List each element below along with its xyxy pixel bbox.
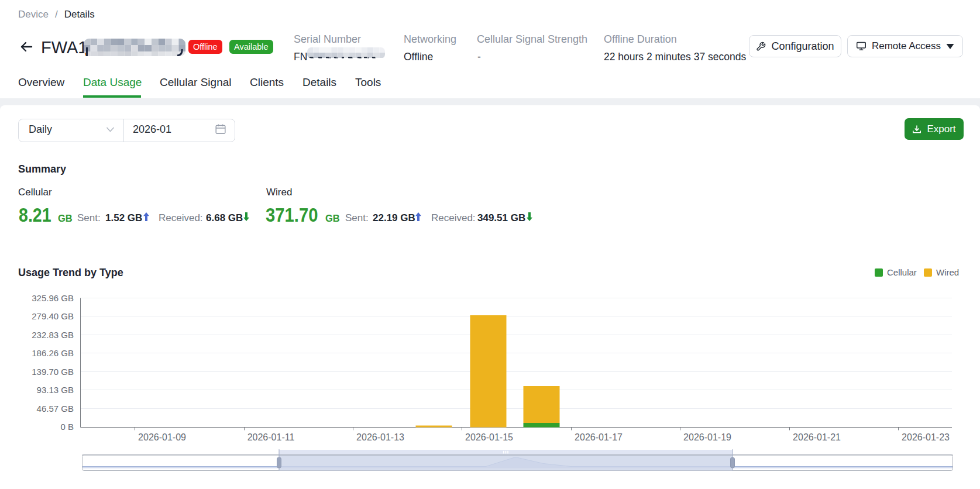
svg-text:2026-01-09: 2026-01-09 [138,432,186,442]
svg-text:2026-01-11: 2026-01-11 [247,432,295,442]
svg-text:232.83 GB: 232.83 GB [32,330,74,340]
svg-text:186.26 GB: 186.26 GB [32,348,74,358]
svg-text:2026-01-19: 2026-01-19 [683,432,731,442]
svg-text:93.13 GB: 93.13 GB [37,385,74,395]
svg-text:Cellular: Cellular [887,267,917,277]
svg-text:2026-01-21: 2026-01-21 [793,432,841,442]
svg-text:2026-01-15: 2026-01-15 [465,432,513,442]
svg-text:2026-01-13: 2026-01-13 [356,432,404,442]
svg-text:2026-01-23: 2026-01-23 [902,432,950,442]
svg-text:279.40 GB: 279.40 GB [32,311,74,321]
svg-text:325.96 GB: 325.96 GB [32,293,74,303]
svg-text:139.70 GB: 139.70 GB [32,367,74,377]
svg-text:0 B: 0 B [60,422,74,432]
svg-text:2026-01-17: 2026-01-17 [575,432,623,442]
svg-text:Wired: Wired [936,267,959,277]
svg-text:46.57 GB: 46.57 GB [37,404,74,414]
